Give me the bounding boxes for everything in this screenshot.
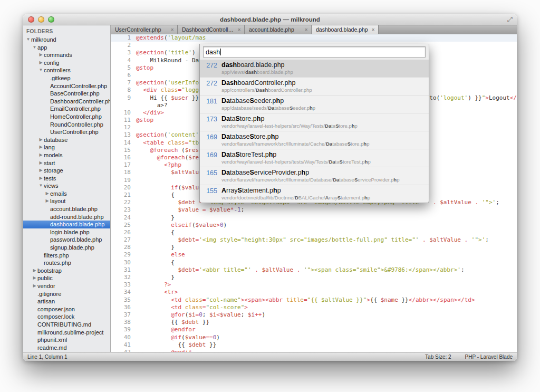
code-line-33[interactable]: 33 ?>: [111, 281, 517, 289]
sidebar-item-commands[interactable]: ▶commands: [23, 51, 110, 59]
goto-result-row[interactable]: 169DataStoreTest.phpvendor/way/laravel-t…: [200, 149, 429, 167]
sidebar-item-milkround[interactable]: ▼milkround: [23, 36, 110, 44]
folder-open-icon[interactable]: ▼: [38, 66, 44, 74]
syntax-indicator[interactable]: PHP - Laravel Blade: [465, 354, 513, 360]
sidebar-item-homecontroller-php[interactable]: HomeController.php: [23, 113, 110, 121]
sidebar-item-phpunit-xml[interactable]: phpunit.xml: [23, 336, 110, 344]
sidebar-item-composer-lock[interactable]: composer.lock: [23, 313, 110, 321]
code-line-40[interactable]: 40 @if($value==0): [111, 334, 517, 341]
sidebar-item-config[interactable]: ▶config: [23, 59, 110, 67]
folder-closed-icon[interactable]: ▶: [44, 197, 50, 205]
sidebar-item-views[interactable]: ▼views: [23, 182, 110, 190]
folder-closed-icon[interactable]: ▶: [38, 136, 44, 144]
folder-closed-icon[interactable]: ▶: [32, 282, 37, 290]
folder-closed-icon[interactable]: ▶: [38, 51, 44, 59]
folder-closed-icon[interactable]: ▶: [38, 59, 44, 67]
folder-closed-icon[interactable]: ▶: [32, 274, 37, 282]
goto-result-row[interactable]: 169DatabaseStore.phpvendor/laravel/frame…: [200, 131, 429, 149]
fullscreen-icon[interactable]: ⤢: [507, 15, 513, 24]
folder-open-icon[interactable]: ▼: [25, 36, 31, 44]
sidebar-item-milkround-sublime-project[interactable]: milkround.sublime-project: [23, 329, 110, 337]
sidebar-item-contributing-md[interactable]: CONTRIBUTING.md: [23, 321, 110, 329]
code-line-42[interactable]: 42 @endif: [111, 349, 517, 352]
sidebar-item-basecontroller-php[interactable]: BaseController.php: [23, 90, 110, 98]
sidebar-item-app[interactable]: ▼app: [23, 44, 110, 52]
code-line-31[interactable]: 31 $debt='<abbr title="' . $altValue . '…: [111, 266, 517, 274]
sidebar-item-dashboard-blade-php[interactable]: dashboard.blade.php: [23, 221, 110, 228]
tab-close-icon[interactable]: ✕: [303, 27, 309, 32]
code-line-38[interactable]: 38 {{ $debt }}: [111, 319, 517, 326]
code-line-32[interactable]: 32 }: [111, 274, 517, 281]
sidebar-item-public[interactable]: ▶public: [23, 274, 110, 282]
sidebar-item-bootstrap[interactable]: ▶bootstrap: [23, 267, 110, 275]
sidebar-item-roundcontroller-php[interactable]: RoundController.php: [23, 121, 110, 129]
sidebar-item-tests[interactable]: ▶tests: [23, 175, 110, 183]
sidebar-item-dashboardcontroller-php[interactable]: DashboardController.php: [23, 98, 110, 106]
sidebar-item--gitignore[interactable]: .gitignore: [23, 290, 110, 298]
goto-result-row[interactable]: 173DataStore.phpvendor/way/laravel-test-…: [200, 113, 429, 131]
folder-closed-icon[interactable]: ▶: [38, 167, 44, 175]
zoom-window-button[interactable]: [48, 16, 54, 23]
sidebar-item-vendor[interactable]: ▶vendor: [23, 282, 110, 290]
tab-dashboardcontroller-php[interactable]: DashboardController.php✕: [178, 25, 245, 34]
code-line-27[interactable]: 27 $debt='<img style="height:30px" src="…: [111, 236, 517, 244]
folder-closed-icon[interactable]: ▶: [32, 267, 37, 275]
folder-closed-icon[interactable]: ▶: [44, 190, 50, 198]
code-line-37[interactable]: 37 @for($i=0; $i<$value; $i++): [111, 311, 517, 319]
sidebar-item-emails[interactable]: ▶emails: [23, 190, 110, 198]
sidebar-item-routes-php[interactable]: routes.php: [23, 259, 110, 267]
tab-dashboard-blade-php[interactable]: dashboard.blade.php✕: [312, 25, 379, 34]
code-line-26[interactable]: 26 {: [111, 229, 517, 236]
sidebar-item-add-round-blade-php[interactable]: add-round.blade.php: [23, 213, 110, 221]
sidebar-item-controllers[interactable]: ▼controllers: [23, 66, 110, 74]
folder-closed-icon[interactable]: ▶: [38, 159, 44, 167]
sidebar-item--gitkeep[interactable]: .gitkeep: [23, 74, 110, 82]
goto-result-row[interactable]: 165DatabaseServiceProvider.phpvendor/lar…: [200, 167, 429, 185]
sidebar-item-composer-json[interactable]: composer.json: [23, 305, 110, 313]
close-window-button[interactable]: [28, 16, 34, 23]
sidebar-item-filters-php[interactable]: filters.php: [23, 252, 110, 260]
goto-result-row[interactable]: 272DashboardController.phpapp/controller…: [200, 77, 429, 95]
title-bar[interactable]: dashboard.blade.php — milkround ⤢: [23, 14, 517, 25]
sidebar-item-accountcontroller-php[interactable]: AccountController.php: [23, 82, 110, 90]
tab-close-icon[interactable]: ✕: [169, 27, 175, 32]
sidebar-item-models[interactable]: ▶models: [23, 151, 110, 159]
sidebar-item-usercontroller-php[interactable]: UserController.php: [23, 128, 110, 136]
sidebar-item-artisan[interactable]: artisan: [23, 298, 110, 305]
goto-anything-input[interactable]: dash: [203, 46, 426, 58]
sidebar-item-database[interactable]: ▶database: [23, 136, 110, 144]
goto-result-row[interactable]: 272dashboard.blade.phpapp/views/dashboar…: [200, 60, 429, 77]
goto-result-row[interactable]: 181DatabaseSeeder.phpapp/database/seeds/…: [200, 95, 429, 113]
code-line-34[interactable]: 34 <tr>: [111, 289, 517, 296]
code-line-39[interactable]: 39 @endfor: [111, 326, 517, 333]
code-line-35[interactable]: 35 <td class="col-name"><span><abbr titl…: [111, 297, 517, 304]
folder-closed-icon[interactable]: ▶: [38, 144, 44, 151]
code-line-23[interactable]: 23 $value = $value*-1;: [111, 206, 517, 214]
code-line-30[interactable]: 30 {: [111, 259, 517, 266]
code-line-28[interactable]: 28 }: [111, 244, 517, 251]
sidebar-item-start[interactable]: ▶start: [23, 159, 110, 167]
tab-close-icon[interactable]: ✕: [370, 27, 376, 32]
code-line-41[interactable]: 41 {{ $debt }}: [111, 341, 517, 349]
tab-size-indicator[interactable]: Tab Size: 2: [425, 354, 451, 360]
code-line-36[interactable]: 36 <td class="col-score">: [111, 304, 517, 311]
folder-open-icon[interactable]: ▼: [38, 182, 44, 190]
code-line-1[interactable]: 1@extends('layout/mas: [111, 34, 517, 42]
tab-usercontroller-php[interactable]: UserController.php✕: [111, 25, 178, 34]
sidebar-item-layout[interactable]: ▶layout: [23, 197, 110, 205]
folder-open-icon[interactable]: ▼: [32, 44, 37, 52]
folder-closed-icon[interactable]: ▶: [38, 175, 44, 183]
minimize-window-button[interactable]: [38, 16, 44, 23]
code-line-25[interactable]: 25 elseif($value>0): [111, 222, 517, 229]
sidebar-item-signup-blade-php[interactable]: signup.blade.php: [23, 244, 110, 252]
sidebar-item-login-blade-php[interactable]: login.blade.php: [23, 228, 110, 236]
goto-result-row[interactable]: 155ArrayStatement.phpvendor/doctrine/dba…: [200, 185, 429, 203]
sidebar-item-storage[interactable]: ▶storage: [23, 167, 110, 175]
sidebar-item-lang[interactable]: ▶lang: [23, 144, 110, 151]
code-line-24[interactable]: 24 }: [111, 214, 517, 222]
tab-close-icon[interactable]: ✕: [236, 27, 242, 32]
sidebar-item-account-blade-php[interactable]: account.blade.php: [23, 205, 110, 213]
sidebar-item-password-blade-php[interactable]: password.blade.php: [23, 236, 110, 244]
folder-closed-icon[interactable]: ▶: [38, 151, 44, 159]
code-line-29[interactable]: 29 else: [111, 251, 517, 259]
